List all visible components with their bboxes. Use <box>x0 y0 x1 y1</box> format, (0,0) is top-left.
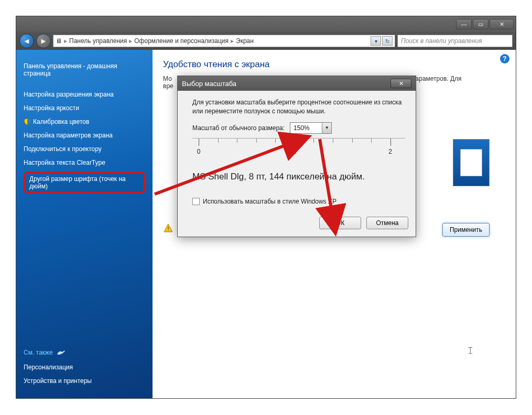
address-dropdown-button[interactable]: ▾ <box>371 36 381 46</box>
ruler-label: 1 <box>293 148 297 155</box>
ruler-label: 0 <box>197 148 201 155</box>
address-bar[interactable]: 🖥 ▶ Панель управления ▶ Оформление и пер… <box>53 35 395 47</box>
maximize-button[interactable]: ▭ <box>473 19 488 29</box>
crumb-separator-icon: ▶ <box>231 39 234 44</box>
warning-icon: ! <box>163 223 173 233</box>
search-placeholder: Поиск в панели управления <box>401 37 482 45</box>
display-preview-icon <box>453 139 490 186</box>
scale-dialog: Выбор масштаба ✕ Для установки масштаба … <box>177 76 416 237</box>
checkbox-label: Использовать масштабы в стиле Windows XP <box>203 198 336 205</box>
sample-text: MS Shell Dlg, 8 пт, 144 пикселей на дюйм… <box>192 172 405 182</box>
breadcrumb-item[interactable]: Экран <box>236 37 254 45</box>
chevron-down-icon: ▼ <box>322 123 331 133</box>
cancel-button[interactable]: Отмена <box>366 217 408 229</box>
search-input[interactable]: Поиск в панели управления <box>397 35 513 47</box>
svg-text:!: ! <box>167 226 169 232</box>
sidebar-link-brightness[interactable]: Настройка яркости <box>24 101 145 115</box>
forward-button[interactable]: ► <box>36 34 51 48</box>
sidebar: Панель управления - домашняя страница На… <box>16 50 153 398</box>
breadcrumb-item[interactable]: Панель управления <box>69 37 127 45</box>
close-button[interactable]: ✕ <box>490 19 514 29</box>
xp-style-checkbox[interactable] <box>192 198 200 205</box>
refresh-button[interactable]: ↻ <box>382 36 393 46</box>
ok-button[interactable]: ОК <box>319 217 361 229</box>
sidebar-link-calibration[interactable]: Калибровка цветов <box>33 115 89 129</box>
dialog-title: Выбор масштаба <box>182 80 236 88</box>
dialog-instruction: Для установки масштаба выберите процентн… <box>192 98 405 116</box>
sidebar-link-cleartype[interactable]: Настройка текста ClearType <box>24 156 145 169</box>
dialog-titlebar: Выбор масштаба ✕ <box>178 76 416 91</box>
scale-label: Масштаб от обычного размера: <box>192 124 285 132</box>
sidebar-footer: См. также Персонализация Устройства и пр… <box>24 349 145 388</box>
sidebar-link-resolution[interactable]: Настройка разрешения экрана <box>24 88 145 101</box>
back-button[interactable]: ◄ <box>19 34 34 48</box>
apply-button[interactable]: Применить <box>442 223 490 237</box>
scale-value: 150% <box>294 124 310 132</box>
window-titlebar: — ▭ ✕ <box>16 16 516 32</box>
sidebar-home-link[interactable]: Панель управления - домашняя страница <box>24 59 145 80</box>
shield-icon <box>24 118 31 125</box>
help-icon[interactable]: ? <box>500 54 509 63</box>
navigation-toolbar: ◄ ► 🖥 ▶ Панель управления ▶ Оформление и… <box>16 32 516 50</box>
see-also-heading: См. также <box>24 349 145 356</box>
ruler-label: 2 <box>388 148 392 155</box>
dialog-close-button[interactable]: ✕ <box>390 79 411 88</box>
sidebar-link-personalization[interactable]: Персонализация <box>24 360 145 374</box>
control-panel-icon: 🖥 <box>56 37 62 45</box>
breadcrumb-item[interactable]: Оформление и персонализация <box>134 37 229 45</box>
minimize-button[interactable]: — <box>456 19 472 29</box>
sidebar-link-display-settings[interactable]: Настройка параметров экрана <box>24 129 145 142</box>
scale-combobox[interactable]: 150% ▼ <box>290 122 332 134</box>
scale-ruler[interactable]: 0 1 2 <box>192 138 405 164</box>
crumb-separator-icon: ▶ <box>64 39 67 44</box>
sidebar-link-devices[interactable]: Устройства и принтеры <box>24 374 145 388</box>
sidebar-link-custom-dpi[interactable]: Другой размер шрифта (точек на дюйм) <box>24 172 145 194</box>
bird-icon <box>56 349 66 356</box>
text-cursor-icon: 𝙸 <box>467 345 474 356</box>
sidebar-link-projector[interactable]: Подключиться к проектору <box>24 142 145 156</box>
crumb-separator-icon: ▶ <box>129 39 132 44</box>
page-title: Удобство чтения с экрана <box>163 59 505 70</box>
